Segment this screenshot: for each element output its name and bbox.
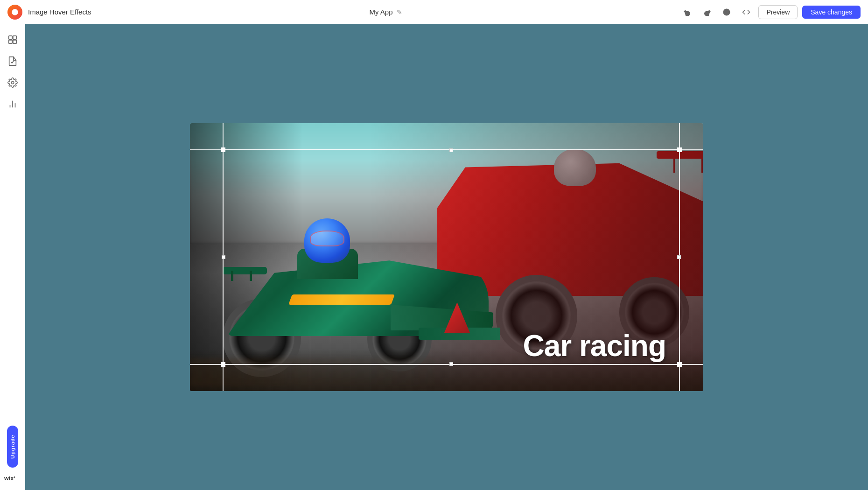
svg-text:wix: wix [4, 475, 14, 482]
undo-button[interactable] [680, 5, 695, 20]
svg-rect-4 [8, 40, 12, 43]
topbar-left: Image Hover Effects [7, 5, 91, 20]
main: Upgrade wix ♦ [0, 24, 868, 490]
edit-icon[interactable]: ✎ [397, 8, 402, 16]
upgrade-button[interactable]: Upgrade [7, 426, 18, 468]
sidebar-item-add[interactable] [3, 51, 22, 71]
svg-rect-2 [8, 36, 12, 39]
site-name: My App [370, 8, 393, 16]
history-button[interactable] [719, 5, 734, 20]
redo-button[interactable] [700, 5, 714, 20]
save-button[interactable]: Save changes [802, 6, 861, 19]
green-car [218, 200, 517, 386]
svg-text:♦: ♦ [13, 475, 15, 479]
canvas-area[interactable]: Car racing [25, 24, 868, 490]
topbar: Image Hover Effects My App ✎ [0, 0, 868, 24]
topbar-center: My App ✎ [370, 8, 402, 16]
sidebar-item-settings[interactable] [3, 73, 22, 92]
app-title: Image Hover Effects [28, 8, 91, 16]
sidebar: Upgrade wix ♦ [0, 24, 25, 490]
sidebar-bottom: Upgrade wix ♦ [4, 426, 21, 484]
code-button[interactable] [739, 5, 754, 20]
app-logo [7, 5, 22, 20]
sidebar-item-dashboard[interactable] [3, 30, 22, 49]
svg-rect-3 [13, 36, 16, 39]
svg-point-0 [12, 9, 18, 15]
image-caption: Car racing [523, 329, 666, 363]
svg-rect-5 [13, 40, 16, 43]
preview-button[interactable]: Preview [758, 5, 798, 19]
sidebar-item-analytics[interactable] [3, 94, 22, 114]
image-widget[interactable]: Car racing [190, 123, 703, 391]
topbar-right: Preview Save changes [680, 5, 861, 20]
wix-logo: wix ♦ [4, 471, 21, 484]
svg-point-6 [11, 81, 14, 84]
